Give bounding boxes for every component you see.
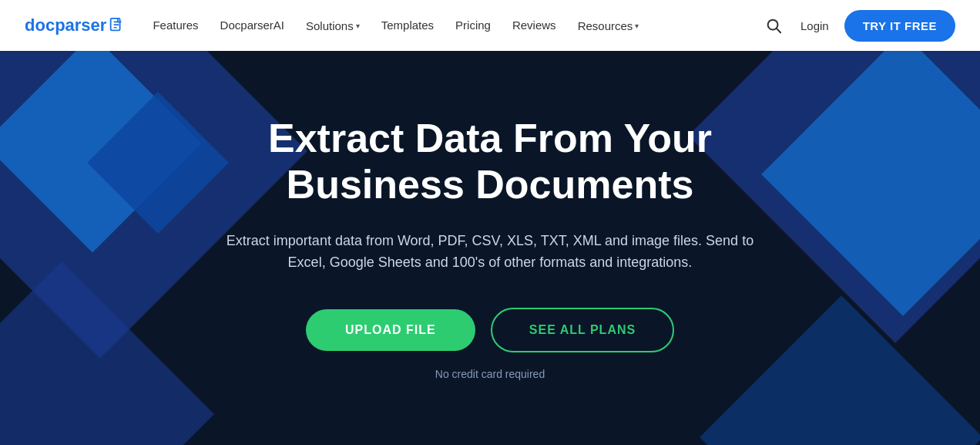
- nav-link-features[interactable]: Features: [153, 19, 198, 32]
- navbar-right: Login TRY IT FREE: [762, 10, 955, 42]
- navbar-left: docparser Features DocparserAI Solutions…: [25, 15, 639, 35]
- hero-section: Extract Data From Your Business Document…: [0, 51, 980, 445]
- hero-shape-bottom-left: [0, 261, 214, 445]
- no-credit-card-text: No credit card required: [220, 368, 760, 380]
- nav-item-solutions[interactable]: Solutions ▾: [306, 19, 360, 32]
- hero-subtitle: Extract important data from Word, PDF, C…: [220, 230, 760, 275]
- nav-link-pricing[interactable]: Pricing: [455, 19, 491, 32]
- nav-item-docparserai[interactable]: DocparserAI: [220, 19, 284, 32]
- nav-item-resources[interactable]: Resources ▾: [578, 19, 639, 32]
- see-all-plans-button[interactable]: SEE ALL PLANS: [491, 308, 674, 352]
- logo[interactable]: docparser: [25, 15, 125, 35]
- nav-link-templates[interactable]: Templates: [381, 19, 434, 32]
- login-link[interactable]: Login: [800, 19, 829, 32]
- chevron-down-icon: ▾: [635, 22, 639, 30]
- nav-item-templates[interactable]: Templates: [381, 19, 434, 32]
- nav-link-reviews[interactable]: Reviews: [512, 19, 556, 32]
- svg-line-2: [777, 29, 780, 32]
- nav-item-pricing[interactable]: Pricing: [455, 19, 491, 32]
- navbar: docparser Features DocparserAI Solutions…: [0, 0, 980, 51]
- search-icon: [765, 17, 782, 34]
- chevron-down-icon: ▾: [356, 22, 360, 30]
- try-free-button[interactable]: TRY IT FREE: [844, 10, 955, 42]
- nav-link-resources[interactable]: Resources ▾: [578, 19, 639, 32]
- nav-item-features[interactable]: Features: [153, 19, 198, 32]
- nav-link-solutions[interactable]: Solutions ▾: [306, 19, 360, 32]
- hero-title: Extract Data From Your Business Document…: [220, 116, 760, 208]
- logo-text: docparser: [25, 15, 106, 35]
- upload-file-button[interactable]: UPLOAD FILE: [306, 309, 475, 351]
- nav-links: Features DocparserAI Solutions ▾ Templat…: [153, 19, 639, 32]
- logo-icon: [108, 17, 125, 34]
- nav-item-reviews[interactable]: Reviews: [512, 19, 556, 32]
- hero-buttons: UPLOAD FILE SEE ALL PLANS: [220, 308, 760, 352]
- nav-link-docparserai[interactable]: DocparserAI: [220, 19, 284, 32]
- hero-content: Extract Data From Your Business Document…: [205, 116, 775, 380]
- search-button[interactable]: [762, 14, 785, 37]
